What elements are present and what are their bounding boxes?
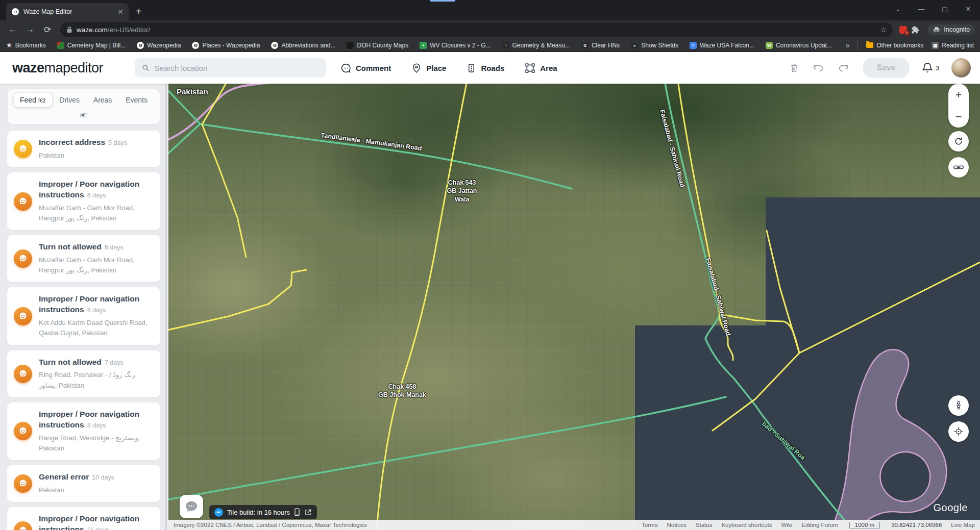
extension-red-icon[interactable]: 2 — [898, 24, 908, 35]
reload-icon[interactable]: ⟳ — [40, 22, 55, 37]
bookmark-star-icon[interactable]: ☆ — [880, 26, 887, 34]
feed-item[interactable]: Improper / Poor navigation instructions1… — [7, 507, 160, 530]
chat-button[interactable] — [180, 495, 203, 518]
search-input[interactable] — [155, 64, 319, 72]
address-bar[interactable]: waze.com/en-US/editor/ ☆ — [60, 22, 893, 37]
search-box[interactable] — [135, 58, 326, 78]
feed-item[interactable]: Improper / Poor navigation instructions6… — [7, 287, 160, 345]
waze-favicon — [11, 8, 19, 16]
phone-icon[interactable] — [294, 508, 300, 516]
locate-me-button[interactable] — [948, 421, 969, 442]
tile-build-status[interactable]: Tile build: in 16 hours — [209, 505, 317, 519]
wiki-link[interactable]: Wiki — [781, 522, 793, 528]
pegman-icon — [954, 400, 963, 411]
minimize-icon[interactable]: — — [910, 5, 933, 13]
tab-search-icon[interactable]: ⌄ — [886, 5, 910, 13]
status-link[interactable]: Status — [696, 522, 713, 528]
feed-item[interactable]: Turn not allowed7 days Ring Road, Peshaw… — [7, 350, 160, 397]
bookmark-item[interactable]: ʘPlaces - Wazeopedia — [192, 42, 260, 49]
save-button[interactable]: Save — [863, 58, 909, 78]
trash-icon[interactable] — [789, 62, 799, 73]
sidebar-scrollbar[interactable] — [165, 84, 167, 530]
comment-tool-button[interactable]: Comment — [340, 63, 391, 73]
feed-item[interactable]: Turn not allowed6 days Muzaffar Garh - G… — [7, 235, 160, 282]
zoom-in-button[interactable]: + — [955, 88, 962, 102]
green-w-icon: W — [766, 42, 773, 49]
bookmark-item[interactable]: DOH County Maps — [347, 42, 408, 49]
browser-toolbar: ← → ⟳ waze.com/en-US/editor/ ☆ 2 Incogni… — [0, 20, 980, 39]
bookmark-item[interactable]: ʘWazeopedia — [137, 42, 181, 49]
tab-feed[interactable]: Feed ï€ž — [14, 93, 52, 107]
feed-item[interactable]: General error10 days Pakistan — [7, 465, 160, 502]
feed-item[interactable]: Improper / Poor navigation instructions8… — [7, 402, 160, 460]
google-logo: Google — [934, 502, 968, 514]
filter-glyph[interactable]: ï€“ — [12, 107, 156, 122]
bookmark-item[interactable]: ≡Waze USA Falcon... — [690, 42, 754, 49]
feed-age: 11 days — [87, 526, 109, 530]
external-link-icon[interactable] — [304, 509, 312, 516]
bookmark-item[interactable]: WCoronavirus Updat... — [766, 42, 832, 49]
new-tab-button[interactable]: + — [136, 6, 142, 17]
notices-link[interactable]: Notices — [667, 522, 686, 528]
other-bookmarks-button[interactable]: Other bookmarks — [866, 42, 923, 49]
feed-location: Kot Addu Karim Daad Quershi Road, Qasba … — [39, 318, 153, 338]
url-path: /en-US/editor/ — [108, 26, 150, 34]
editing-forum-link[interactable]: Editing Forum — [801, 522, 838, 528]
reading-list-button[interactable]: ▤Reading list — [932, 42, 974, 49]
incognito-label: Incognito — [944, 26, 970, 33]
terms-link[interactable]: Terms — [642, 522, 657, 528]
waze-ghost-icon — [14, 521, 32, 530]
waze-ghost-icon — [14, 192, 32, 211]
country-label: Pakistan — [177, 87, 208, 97]
incognito-badge: Incognito — [927, 24, 975, 35]
zoom-out-button[interactable]: − — [955, 110, 962, 123]
map-canvas[interactable]: Pakistan Tandlianwala - Mamukanjan Road … — [168, 84, 980, 530]
back-icon[interactable]: ← — [5, 22, 20, 37]
feed-title: Turn not allowed — [39, 358, 102, 366]
tab-drives[interactable]: Drives — [53, 93, 86, 107]
bookmark-item[interactable]: ◒Show Shields — [631, 42, 678, 49]
maximize-icon[interactable]: ▢ — [933, 5, 957, 13]
search-icon — [142, 64, 150, 72]
bookmark-item[interactable]: +WV Closures v 2 - G... — [420, 42, 491, 49]
feed-age: 5 days — [108, 139, 127, 146]
tab-close-icon[interactable]: ✕ — [117, 8, 124, 16]
feed-location: Muzaffar Garh - Garh Mor Road, Rangpur ر… — [39, 255, 153, 275]
notifications[interactable]: 3 — [922, 62, 939, 74]
undo-icon[interactable] — [812, 62, 825, 73]
refresh-button[interactable] — [948, 131, 969, 152]
map-overlay — [168, 84, 980, 530]
reading-list-icon: ▤ — [932, 42, 939, 49]
area-tool-button[interactable]: Area — [525, 63, 557, 73]
comment-icon — [340, 63, 351, 73]
feed-item[interactable]: Incorrect address5 days Pakistan — [7, 131, 160, 167]
bookmark-item[interactable]: ◔Geometry & Measu... — [502, 42, 570, 49]
user-avatar[interactable] — [951, 58, 971, 78]
bookmark-item[interactable]: ★Bookmarks — [6, 41, 46, 49]
permalink-button[interactable] — [948, 157, 969, 178]
place-tool-button[interactable]: Place — [411, 63, 446, 73]
bookmark-item[interactable]: SClear HNs — [581, 42, 620, 49]
forward-icon[interactable]: → — [22, 22, 38, 37]
tab-areas[interactable]: Areas — [87, 93, 118, 107]
bookmarks-overflow-icon[interactable]: » — [845, 41, 849, 49]
waze-ghost-icon — [14, 474, 32, 493]
feed-item[interactable]: Improper / Poor navigation instructions6… — [7, 172, 160, 230]
street-view-button[interactable] — [948, 395, 969, 416]
bell-icon — [922, 62, 933, 74]
feed-title: Incorrect address — [39, 138, 105, 146]
live-map-link[interactable]: Live Map — [951, 522, 975, 528]
divider — [857, 41, 858, 49]
bookmark-item[interactable]: ʘAbbreviations and... — [271, 42, 335, 49]
keyboard-shortcuts-link[interactable]: Keyboard shortcuts — [721, 522, 772, 528]
roads-tool-button[interactable]: Roads — [467, 63, 504, 73]
feed-age: 6 days — [87, 307, 106, 314]
redo-icon[interactable] — [837, 62, 850, 73]
feed-age: 7 days — [105, 359, 124, 366]
tab-events[interactable]: Events — [119, 93, 154, 107]
extensions-puzzle-icon[interactable] — [910, 24, 920, 35]
bookmark-item[interactable]: Cemetery Map | Bill... — [57, 42, 126, 49]
area-icon — [525, 63, 535, 73]
close-window-icon[interactable]: ✕ — [957, 5, 980, 13]
browser-tab[interactable]: Waze Map Editor ✕ — [6, 3, 129, 20]
